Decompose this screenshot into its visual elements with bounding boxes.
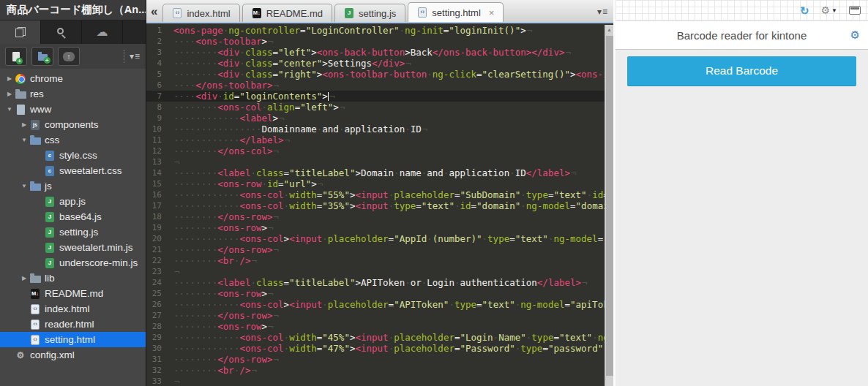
expand-arrow-icon[interactable]: ▼ — [4, 106, 15, 113]
code-line-9[interactable]: 9············<label>¬ — [146, 113, 613, 124]
tree-item-www[interactable]: ▼www — [0, 102, 146, 117]
code-line-3[interactable]: 3········<div·class="left"><ons-back-but… — [146, 47, 613, 58]
code-line-10[interactable]: 10················Domainname·and·applica… — [146, 124, 613, 135]
code-line-21[interactable]: 21········</ons-row>¬ — [146, 244, 613, 255]
line-number: 23 — [146, 266, 168, 277]
code-line-28[interactable]: 28········<ons-row>¬ — [146, 321, 613, 332]
expand-arrow-icon[interactable]: ▶ — [4, 91, 15, 97]
line-number: 1 — [146, 25, 168, 36]
expand-arrow-icon[interactable]: ▶ — [4, 75, 15, 82]
code-line-23[interactable]: 23¬ — [146, 266, 613, 277]
code-line-19[interactable]: 19········<ons-row>¬ — [146, 222, 613, 233]
tree-item-app.js[interactable]: Japp.js — [0, 194, 146, 209]
tree-item-style.css[interactable]: cstyle.css — [0, 148, 146, 163]
tree-filter-menu-icon[interactable]: ▾≡ — [130, 51, 141, 61]
line-number: 16 — [146, 189, 168, 200]
code-line-text: ········</ons-row>¬ — [168, 354, 279, 365]
device-window-icon[interactable] — [849, 6, 861, 15]
collapse-tabs-icon[interactable]: « — [151, 5, 157, 18]
new-folder-button[interactable] — [31, 47, 53, 66]
code-line-4[interactable]: 4········<div·class="center">Settings</d… — [146, 58, 613, 69]
tree-item-reader.html[interactable]: ‹›reader.html — [0, 317, 146, 332]
code-line-text: ········</ons-col>¬ — [168, 145, 279, 156]
line-number: 18 — [146, 211, 168, 222]
new-file-button[interactable] — [5, 47, 27, 66]
preview-app-title: Barcode reader for kintone — [677, 29, 807, 42]
scroll-up-arrow-icon[interactable]: ▲ — [605, 25, 613, 34]
code-line-27[interactable]: 27········</ons-row>¬ — [146, 310, 613, 321]
line-number: 3 — [146, 47, 168, 58]
editor-tab-README.md[interactable]: M↓README.md — [242, 4, 332, 22]
code-line-16[interactable]: 16············<ons-col·width="55%"><inpu… — [146, 189, 613, 200]
tree-item-config.xml[interactable]: ⚙config.xml — [0, 347, 146, 363]
code-area[interactable]: 1<ons-page·ng-controller="LoginControlle… — [146, 23, 613, 386]
code-line-22[interactable]: 22········<br·/>¬ — [146, 255, 613, 266]
code-line-31[interactable]: 31········</ons-row>¬ — [146, 354, 613, 365]
badge: js — [31, 120, 40, 130]
code-line-18[interactable]: 18········</ons-row>¬ — [146, 211, 613, 222]
upload-button[interactable]: ↑ — [58, 47, 80, 66]
badge: ‹› — [173, 8, 182, 18]
tree-item-sweetalert.css[interactable]: csweetalert.css — [0, 163, 146, 178]
tree-item-underscore-min.js[interactable]: Junderscore-min.js — [0, 255, 146, 270]
tree-item-res[interactable]: ▶res — [0, 86, 146, 102]
tree-item-index.html[interactable]: ‹›index.html — [0, 301, 146, 317]
close-tab-icon[interactable]: × — [489, 8, 495, 18]
code-line-32[interactable]: 32········<br·/>¬ — [146, 365, 613, 376]
tree-item-chrome[interactable]: ▶chrome — [0, 71, 146, 86]
tab-list-menu-icon[interactable]: ▾≡ — [597, 7, 608, 17]
tree-item-lib[interactable]: ▶lib — [0, 270, 146, 286]
html-icon: ‹› — [29, 303, 41, 314]
md-icon: M↓ — [29, 288, 41, 299]
code-line-12[interactable]: 12········</ons-col>¬ — [146, 145, 613, 156]
badge: J — [45, 212, 54, 222]
app-settings-gear-icon[interactable]: ⚙ — [850, 29, 860, 40]
tab-label: index.html — [187, 8, 230, 19]
expand-arrow-icon[interactable]: ▼ — [19, 183, 29, 189]
editor-tab-index.html[interactable]: ‹›index.html — [162, 4, 239, 22]
refresh-icon[interactable]: ↻ — [800, 5, 809, 16]
folder-open-icon — [29, 181, 41, 192]
code-line-24[interactable]: 24········<label·class="titleLabel">APIT… — [146, 277, 613, 288]
expand-arrow-icon[interactable]: ▼ — [19, 137, 29, 143]
expand-arrow-icon[interactable]: ▶ — [19, 275, 29, 281]
tree-item-css[interactable]: ▼css — [0, 132, 146, 148]
code-line-26[interactable]: 26············<ons-col><input·placeholde… — [146, 299, 613, 310]
code-editor: « ‹›index.htmlM↓README.mdJsetting.js‹›se… — [146, 0, 613, 386]
editor-tab-setting.js[interactable]: Jsetting.js — [334, 4, 405, 22]
tree-item-README.md[interactable]: M↓README.md — [0, 286, 146, 301]
code-line-20[interactable]: 20············<ons-col><input·placeholde… — [146, 233, 613, 244]
code-line-1[interactable]: 1<ons-page·ng-controller="LoginControlle… — [146, 25, 613, 36]
code-line-6[interactable]: 6····</ons-toolbar>¬ — [146, 80, 613, 91]
editor-tab-setting.html[interactable]: ‹›setting.html× — [408, 2, 504, 22]
tree-item-sweetalert.min.js[interactable]: Jsweetalert.min.js — [0, 240, 146, 255]
tree-item-components[interactable]: ▶jscomponents — [0, 117, 146, 132]
tree-item-setting.js[interactable]: Jsetting.js — [0, 224, 146, 240]
sidebar-tab-cloud[interactable]: ☁ — [82, 20, 123, 44]
code-line-11[interactable]: 11············</label>¬ — [146, 135, 613, 145]
scrollbar-thumb[interactable] — [606, 36, 613, 376]
tree-item-base64.js[interactable]: Jbase64.js — [0, 209, 146, 224]
sidebar-tab-search[interactable] — [41, 20, 82, 44]
code-line-33[interactable]: 33¬ — [146, 376, 613, 386]
sidebar-tab-files[interactable] — [0, 20, 41, 44]
expand-arrow-icon[interactable]: ▶ — [19, 121, 29, 128]
code-line-13[interactable]: 13¬ — [146, 156, 613, 167]
code-line-8[interactable]: 8········<ons-col·align="left">¬ — [146, 102, 613, 113]
code-line-25[interactable]: 25········<ons-row>¬ — [146, 288, 613, 299]
tree-item-js[interactable]: ▼js — [0, 178, 146, 194]
code-line-17[interactable]: 17············<ons-col·width="35%"><inpu… — [146, 200, 613, 211]
code-line-29[interactable]: 29············<ons-col·width="45%"><inpu… — [146, 332, 613, 343]
read-barcode-button[interactable]: Read Barcode — [627, 56, 856, 86]
tree-item-setting.html[interactable]: ‹›setting.html — [0, 332, 146, 347]
code-line-text: ············<ons-col><input·placeholder=… — [168, 299, 613, 310]
code-line-7[interactable]: 7····<div·id="loginContents">¬ — [146, 91, 613, 102]
code-line-5[interactable]: 5········<div·class="right"><ons-toolbar… — [146, 69, 613, 80]
code-line-14[interactable]: 14········<label·class="titleLabel">Doma… — [146, 167, 613, 178]
code-line-15[interactable]: 15········<ons-row·id="url">¬ — [146, 178, 613, 189]
code-line-text: ········<br·/>¬ — [168, 255, 257, 266]
preview-settings-dropdown[interactable]: ⚙ ▼ — [821, 5, 837, 15]
code-line-30[interactable]: 30············<ons-col·width="47%"><inpu… — [146, 343, 613, 354]
editor-scrollbar[interactable]: ▲ — [605, 25, 613, 386]
code-line-2[interactable]: 2····<ons-toolbar>¬ — [146, 36, 613, 47]
